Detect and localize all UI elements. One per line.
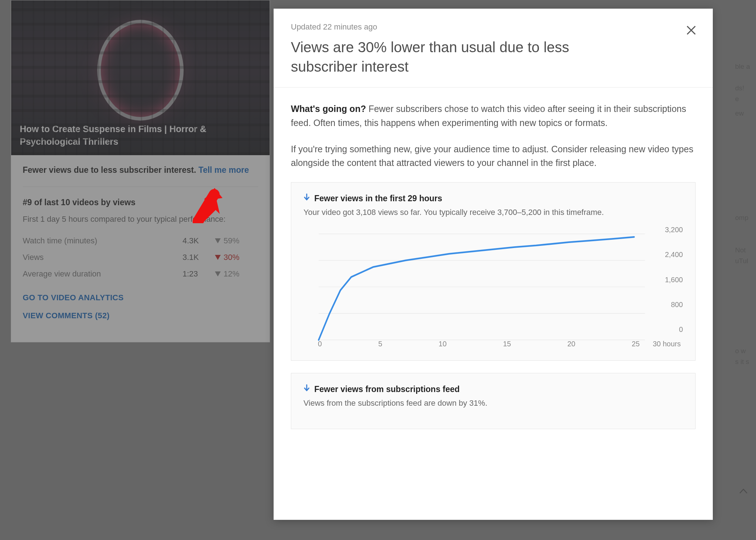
stat-delta: 59%	[215, 236, 258, 246]
arrow-down-icon	[215, 271, 221, 276]
trend-down-icon	[303, 193, 310, 203]
panel-fewer-subs-feed: Fewer views from subscriptions feed View…	[291, 373, 696, 429]
arrow-down-icon	[215, 238, 221, 243]
stat-row-watch-time: Watch time (minutes) 4.3K 59%	[23, 233, 258, 249]
panel-subtitle: Your video got 3,108 views so far. You t…	[303, 208, 683, 217]
compare-line: First 1 day 5 hours compared to your typ…	[23, 215, 258, 224]
video-performance-card: How to Create Suspense in Films | Horror…	[11, 0, 270, 342]
trend-down-icon	[303, 384, 310, 394]
explanation-paragraph-2: If you're trying something new, give you…	[291, 142, 696, 170]
views-chart: 3,2002,4001,6008000 0510152025 30 hours	[303, 226, 683, 348]
chart-y-ticks: 3,2002,4001,6008000	[651, 226, 683, 334]
video-thumbnail[interactable]: How to Create Suspense in Films | Horror…	[11, 0, 270, 155]
stat-label: Average view duration	[23, 269, 183, 279]
chart-x-ticks: 0510152025	[318, 340, 640, 348]
panel-title-text: Fewer views in the first 29 hours	[314, 194, 442, 203]
chart-x-unit: 30 hours	[653, 340, 681, 348]
arrow-down-icon	[215, 255, 221, 260]
stat-delta: 12%	[215, 269, 258, 279]
insight-text: Fewer views due to less subscriber inter…	[23, 165, 196, 175]
stat-row-views: Views 3.1K 30%	[23, 249, 258, 266]
updated-timestamp: Updated 22 minutes ago	[291, 22, 696, 32]
stat-value: 3.1K	[183, 253, 215, 262]
rank-line: #9 of last 10 videos by views	[23, 198, 258, 207]
insight-modal: Updated 22 minutes ago Views are 30% low…	[274, 9, 713, 520]
panel-subtitle: Views from the subscriptions feed are do…	[303, 399, 683, 408]
panel-title-text: Fewer views from subscriptions feed	[314, 384, 460, 394]
stat-label: Watch time (minutes)	[23, 236, 183, 246]
view-comments-link[interactable]: VIEW COMMENTS (52)	[23, 311, 258, 320]
insight-summary: Fewer views due to less subscriber inter…	[23, 165, 258, 175]
stat-value: 4.3K	[183, 236, 215, 246]
modal-title: Views are 30% lower than usual due to le…	[291, 37, 622, 76]
stat-value: 1:23	[183, 269, 215, 279]
panel-fewer-views-chart: Fewer views in the first 29 hours Your v…	[291, 182, 696, 361]
close-button[interactable]	[683, 22, 700, 39]
go-to-analytics-link[interactable]: GO TO VIDEO ANALYTICS	[23, 293, 258, 302]
stat-label: Views	[23, 253, 183, 262]
stat-delta: 30%	[215, 253, 258, 262]
background-strip: ble a ds! e ew omp Not uTul o w s it s	[733, 0, 756, 540]
close-icon	[686, 25, 697, 36]
explanation-paragraph-1: What's going on? Fewer subscribers chose…	[291, 102, 696, 130]
chevron-up-icon[interactable]	[737, 486, 750, 497]
stat-row-avg-duration: Average view duration 1:23 12%	[23, 266, 258, 282]
divider	[23, 186, 258, 187]
tell-me-more-link[interactable]: Tell me more	[198, 165, 249, 175]
video-title: How to Create Suspense in Films | Horror…	[20, 123, 261, 148]
